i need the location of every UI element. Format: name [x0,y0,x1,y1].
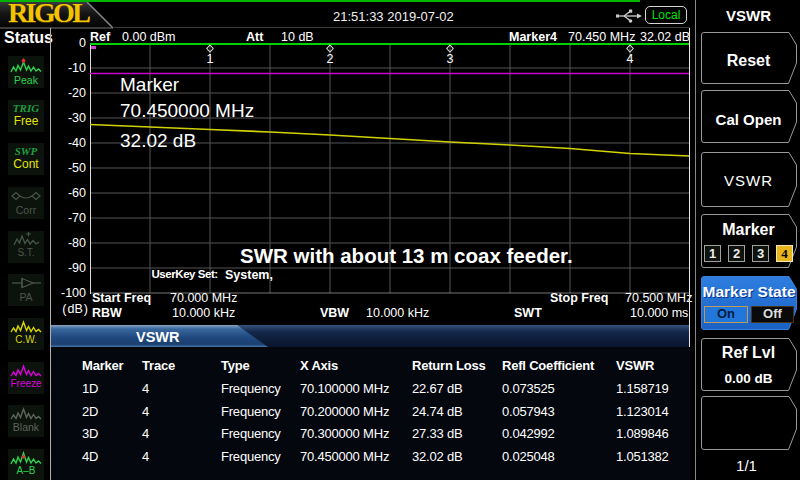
svg-text:2: 2 [327,52,334,66]
svg-text:4: 4 [627,52,634,66]
svg-text:3: 3 [447,52,454,66]
svg-text:1: 1 [207,52,214,66]
